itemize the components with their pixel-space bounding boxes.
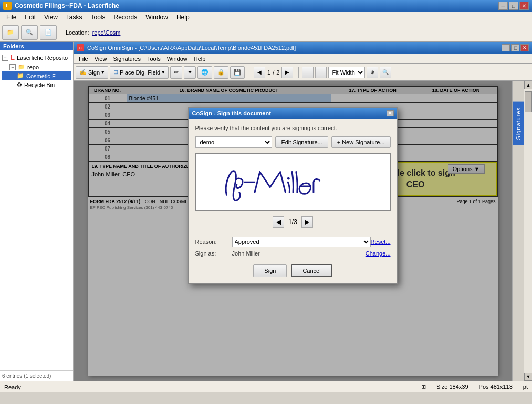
annotate-icon: ✏ (174, 69, 179, 76)
scroll-track[interactable] (524, 89, 532, 373)
maximize-button[interactable]: □ (509, 2, 518, 10)
menu-tools[interactable]: Tools (87, 13, 110, 22)
scroll-up-button[interactable]: ▲ (524, 81, 532, 89)
sign-dialog: CoSign - Sign this document ✕ Please ver… (188, 107, 398, 284)
sidebar-status: 6 entries (1 selected) (0, 370, 73, 381)
zoom-select[interactable]: Fit Width (328, 67, 365, 78)
menu-view[interactable]: View (40, 13, 62, 22)
cancel-action-button[interactable]: Cancel (291, 264, 332, 277)
browse-button[interactable]: 📄 (40, 25, 57, 40)
sign-label: Sign (88, 69, 100, 76)
sign-action-button[interactable]: Sign (253, 264, 287, 277)
toolbar-separator2 (298, 67, 299, 78)
browse-icon: 📄 (45, 29, 52, 36)
cert-icon: 🔒 (217, 69, 225, 76)
page-total: 2 (276, 69, 279, 76)
cert-button[interactable]: 🔒 (214, 66, 228, 79)
inner-title-bar: C CoSign OmniSign - [C:\Users\ARX\AppDat… (74, 42, 532, 54)
inner-close-button[interactable]: ✕ (520, 44, 529, 51)
save-icon: 💾 (234, 69, 241, 76)
inner-menu-tools[interactable]: Tools (144, 55, 164, 62)
size-info: Size 184x39 (436, 384, 468, 390)
signatures-tab[interactable]: Signatures (513, 102, 524, 145)
status-bar: Ready ⊞ Size 184x39 Pos 481x113 pt (0, 381, 532, 392)
inner-menu-signatures[interactable]: Signatures (110, 55, 144, 62)
page-current: 1 (267, 69, 270, 76)
toolbar-separator (248, 67, 248, 78)
signature-select[interactable]: demo (195, 136, 273, 148)
sidebar-item-repo[interactable]: − 📁 repo (2, 62, 71, 71)
zoom-in3-button[interactable]: 🔍 (380, 67, 391, 78)
zoom-out-button[interactable]: − (315, 67, 327, 78)
outer-menu-bar: File Edit View Tasks Tools Records Windo… (0, 12, 532, 23)
pos-info: Pos 481x113 (479, 384, 513, 390)
expand-icon[interactable]: − (2, 55, 8, 61)
sign-as-row: Sign as: John Miller Change... (195, 250, 391, 257)
expand-icon-repo[interactable]: − (9, 64, 16, 70)
menu-window[interactable]: Window (141, 13, 172, 22)
doc-content: BRAND NO. 16. BRAND NAME OF COSMETIC PRO… (74, 81, 512, 381)
reason-select[interactable]: Approved (232, 237, 371, 247)
tools-button[interactable]: ✦ (184, 66, 196, 79)
menu-records[interactable]: Records (110, 13, 142, 22)
inner-toolbar: ✍ Sign ▾ ⊞ Place Dig. Field ▾ ✏ ✦ 🌐 🔒 (74, 64, 532, 81)
sig-next-button[interactable]: ▶ (301, 216, 313, 228)
outer-toolbar: 📁 🔍 📄 Location: repo\Cosm (0, 23, 532, 42)
search-button[interactable]: 🔍 (21, 25, 38, 40)
recycle-label: Recycle Bin (24, 82, 55, 88)
sig-page-indicator: 1/3 (288, 218, 297, 226)
inner-minimize-button[interactable]: ─ (502, 44, 510, 51)
cosmetic-label: Cosmetic F (26, 73, 56, 79)
outer-title-bar: L Cosmetic Filings--FDA - Laserfiche ─ □… (0, 0, 532, 12)
repo-icon: 📁 (18, 63, 25, 70)
document-page: BRAND NO. 16. BRAND NAME OF COSMETIC PRO… (88, 86, 498, 376)
globe-button[interactable]: 🌐 (197, 66, 212, 79)
close-button[interactable]: ✕ (519, 2, 529, 10)
status-grid-icon: ⊞ (421, 384, 426, 390)
sig-page-total: 3 (294, 218, 297, 226)
next-page-button[interactable]: ▶ (281, 67, 293, 78)
svg-point-0 (287, 177, 289, 180)
inner-menu-view[interactable]: View (91, 55, 110, 62)
inner-menu-file[interactable]: File (76, 55, 91, 62)
zoom-in-button[interactable]: + (302, 67, 314, 78)
prev-page-button[interactable]: ◀ (254, 67, 265, 78)
zoom-in2-button[interactable]: ⊕ (367, 67, 378, 78)
sign-button[interactable]: ✍ Sign ▾ (76, 66, 108, 79)
new-signature-button[interactable]: + New Signature... (331, 136, 391, 148)
sidebar-item-recycle[interactable]: ♻ Recycle Bin (2, 80, 71, 89)
reset-link[interactable]: Reset... (371, 239, 391, 245)
annotate-button[interactable]: ✏ (170, 66, 182, 79)
inner-restore-button[interactable]: ◻ (511, 44, 519, 51)
laserfiche-icon: L (11, 54, 15, 61)
page-sep: / (273, 69, 274, 76)
menu-tasks[interactable]: Tasks (62, 13, 87, 22)
place-dropdown-icon: ▾ (162, 69, 165, 76)
modal-actions: Sign Cancel (195, 264, 391, 277)
sidebar-item-cosmetic[interactable]: 📁 Cosmetic F (2, 71, 71, 80)
scroll-down-button[interactable]: ▼ (524, 373, 532, 381)
place-dig-field-button[interactable]: ⊞ Place Dig. Field ▾ (110, 66, 169, 79)
edit-signature-button[interactable]: Edit Signature... (275, 136, 328, 148)
sig-prev-button[interactable]: ◀ (273, 216, 284, 228)
scroll-thumb[interactable] (525, 91, 532, 112)
inner-menu-window[interactable]: Window (164, 55, 191, 62)
inner-menu-help[interactable]: Help (191, 55, 209, 62)
search-icon: 🔍 (26, 29, 33, 36)
app-icon: L (3, 2, 12, 10)
minimize-button[interactable]: ─ (498, 2, 508, 10)
change-link[interactable]: Change... (366, 250, 391, 257)
recycle-icon: ♻ (17, 81, 22, 88)
location-value: repo\Cosm (92, 29, 121, 36)
menu-edit[interactable]: Edit (20, 13, 40, 22)
sidebar-item-laserfiche[interactable]: − L Laserfiche Reposito (2, 52, 71, 62)
folder-tree: − L Laserfiche Reposito − 📁 repo 📁 Cosme… (0, 50, 73, 91)
repo-label: repo (27, 64, 39, 70)
toolbar-separator (60, 26, 60, 39)
save-button[interactable]: 💾 (230, 66, 245, 79)
menu-help[interactable]: Help (172, 13, 194, 22)
folder-button[interactable]: 📁 (2, 25, 19, 40)
modal-close-button[interactable]: ✕ (387, 110, 394, 116)
menu-file[interactable]: File (2, 13, 20, 22)
laserfiche-label: Laserfiche Reposito (17, 55, 68, 61)
